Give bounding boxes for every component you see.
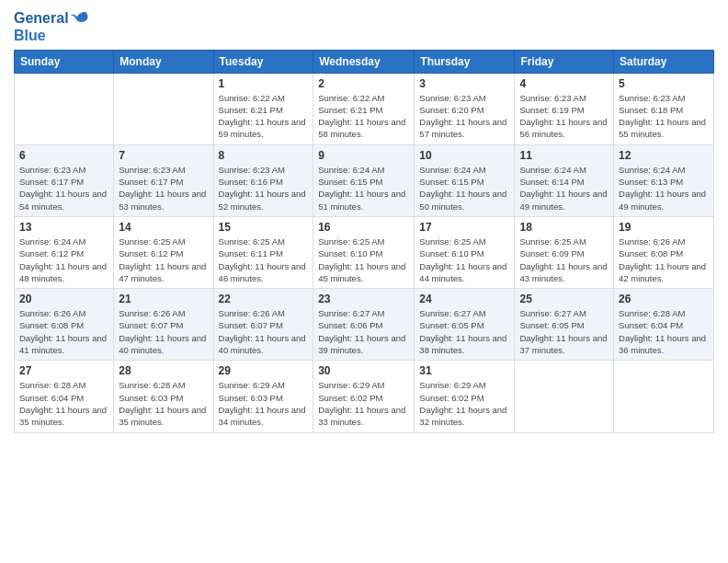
- day-cell: 12Sunrise: 6:24 AMSunset: 6:13 PMDayligh…: [614, 144, 714, 216]
- day-cell: 7Sunrise: 6:23 AMSunset: 6:17 PMDaylight…: [114, 144, 213, 216]
- day-detail: Sunrise: 6:26 AMSunset: 6:08 PMDaylight:…: [19, 307, 108, 356]
- day-cell: 23Sunrise: 6:27 AMSunset: 6:06 PMDayligh…: [313, 289, 415, 361]
- day-number: 24: [419, 293, 509, 305]
- day-header-wednesday: Wednesday: [313, 50, 415, 73]
- day-detail: Sunrise: 6:24 AMSunset: 6:15 PMDaylight:…: [318, 164, 409, 213]
- day-cell: 27Sunrise: 6:28 AMSunset: 6:04 PMDayligh…: [15, 361, 114, 432]
- day-number: 15: [219, 221, 309, 234]
- day-number: 12: [619, 149, 709, 162]
- day-cell: 20Sunrise: 6:26 AMSunset: 6:08 PMDayligh…: [15, 289, 114, 361]
- day-header-thursday: Thursday: [415, 50, 515, 73]
- day-number: 5: [619, 77, 709, 90]
- week-row-4: 20Sunrise: 6:26 AMSunset: 6:08 PMDayligh…: [15, 289, 714, 361]
- day-number: 23: [318, 293, 409, 305]
- day-detail: Sunrise: 6:23 AMSunset: 6:18 PMDaylight:…: [619, 92, 709, 141]
- day-number: 16: [318, 221, 409, 234]
- logo-bird-icon: [71, 9, 89, 28]
- day-number: 7: [119, 149, 208, 162]
- week-row-1: 1Sunrise: 6:22 AMSunset: 6:21 PMDaylight…: [15, 73, 714, 144]
- day-number: 6: [19, 149, 108, 162]
- day-cell: 24Sunrise: 6:27 AMSunset: 6:05 PMDayligh…: [415, 289, 515, 361]
- day-cell: 4Sunrise: 6:23 AMSunset: 6:19 PMDaylight…: [515, 73, 614, 144]
- day-number: 29: [219, 364, 309, 377]
- day-cell: 17Sunrise: 6:25 AMSunset: 6:10 PMDayligh…: [415, 216, 515, 288]
- day-header-monday: Monday: [114, 50, 213, 73]
- day-detail: Sunrise: 6:22 AMSunset: 6:21 PMDaylight:…: [318, 92, 409, 141]
- day-number: 4: [519, 77, 609, 90]
- day-cell: 1Sunrise: 6:22 AMSunset: 6:21 PMDaylight…: [213, 73, 313, 144]
- week-row-3: 13Sunrise: 6:24 AMSunset: 6:12 PMDayligh…: [15, 216, 714, 288]
- day-detail: Sunrise: 6:24 AMSunset: 6:14 PMDaylight:…: [519, 164, 609, 213]
- day-detail: Sunrise: 6:28 AMSunset: 6:04 PMDaylight:…: [619, 307, 709, 356]
- day-detail: Sunrise: 6:27 AMSunset: 6:05 PMDaylight:…: [419, 307, 509, 356]
- day-detail: Sunrise: 6:24 AMSunset: 6:12 PMDaylight:…: [19, 236, 108, 284]
- day-number: 22: [219, 293, 309, 305]
- day-detail: Sunrise: 6:25 AMSunset: 6:12 PMDaylight:…: [119, 236, 208, 284]
- day-number: 31: [419, 364, 509, 377]
- day-detail: Sunrise: 6:29 AMSunset: 6:03 PMDaylight:…: [219, 379, 309, 428]
- day-number: 1: [219, 77, 309, 90]
- day-number: 17: [419, 221, 509, 234]
- logo-text: General: [14, 10, 69, 27]
- day-cell: 31Sunrise: 6:29 AMSunset: 6:02 PMDayligh…: [415, 361, 515, 432]
- week-row-5: 27Sunrise: 6:28 AMSunset: 6:04 PMDayligh…: [15, 361, 714, 432]
- day-header-tuesday: Tuesday: [213, 50, 313, 73]
- logo: General Blue: [14, 9, 89, 44]
- day-cell: 28Sunrise: 6:28 AMSunset: 6:03 PMDayligh…: [114, 361, 213, 432]
- day-cell: 2Sunrise: 6:22 AMSunset: 6:21 PMDaylight…: [313, 73, 415, 144]
- day-detail: Sunrise: 6:28 AMSunset: 6:04 PMDaylight:…: [19, 379, 108, 428]
- day-number: 11: [519, 149, 609, 162]
- day-detail: Sunrise: 6:25 AMSunset: 6:10 PMDaylight:…: [419, 236, 509, 284]
- day-cell: 30Sunrise: 6:29 AMSunset: 6:02 PMDayligh…: [313, 361, 415, 432]
- day-detail: Sunrise: 6:24 AMSunset: 6:13 PMDaylight:…: [619, 164, 709, 213]
- day-detail: Sunrise: 6:26 AMSunset: 6:07 PMDaylight:…: [219, 307, 309, 356]
- day-detail: Sunrise: 6:28 AMSunset: 6:03 PMDaylight:…: [119, 379, 208, 428]
- day-number: 14: [119, 221, 208, 234]
- day-number: 8: [219, 149, 309, 162]
- day-detail: Sunrise: 6:25 AMSunset: 6:11 PMDaylight:…: [219, 236, 309, 284]
- calendar-table: SundayMondayTuesdayWednesdayThursdayFrid…: [14, 50, 714, 433]
- day-header-saturday: Saturday: [614, 50, 714, 73]
- day-detail: Sunrise: 6:23 AMSunset: 6:17 PMDaylight:…: [119, 164, 208, 213]
- day-detail: Sunrise: 6:22 AMSunset: 6:21 PMDaylight:…: [219, 92, 309, 141]
- day-cell: 15Sunrise: 6:25 AMSunset: 6:11 PMDayligh…: [213, 216, 313, 288]
- day-cell: 3Sunrise: 6:23 AMSunset: 6:20 PMDaylight…: [415, 73, 515, 144]
- day-number: 13: [19, 221, 108, 234]
- day-cell: 5Sunrise: 6:23 AMSunset: 6:18 PMDaylight…: [614, 73, 714, 144]
- day-number: 10: [419, 149, 509, 162]
- day-cell: 25Sunrise: 6:27 AMSunset: 6:05 PMDayligh…: [515, 289, 614, 361]
- day-number: 30: [318, 364, 409, 377]
- day-cell: 29Sunrise: 6:29 AMSunset: 6:03 PMDayligh…: [213, 361, 313, 432]
- day-number: 19: [619, 221, 709, 234]
- day-number: 9: [318, 149, 409, 162]
- day-cell: 22Sunrise: 6:26 AMSunset: 6:07 PMDayligh…: [213, 289, 313, 361]
- day-detail: Sunrise: 6:26 AMSunset: 6:08 PMDaylight:…: [619, 236, 709, 284]
- week-row-2: 6Sunrise: 6:23 AMSunset: 6:17 PMDaylight…: [15, 144, 714, 216]
- page: General Blue SundayMondayTuesdayWednesda…: [0, 0, 728, 563]
- day-number: 18: [519, 221, 609, 234]
- day-cell: 18Sunrise: 6:25 AMSunset: 6:09 PMDayligh…: [515, 216, 614, 288]
- day-detail: Sunrise: 6:23 AMSunset: 6:20 PMDaylight:…: [419, 92, 509, 141]
- day-header-friday: Friday: [515, 50, 614, 73]
- day-cell: 21Sunrise: 6:26 AMSunset: 6:07 PMDayligh…: [114, 289, 213, 361]
- day-cell: 16Sunrise: 6:25 AMSunset: 6:10 PMDayligh…: [313, 216, 415, 288]
- day-cell: 6Sunrise: 6:23 AMSunset: 6:17 PMDaylight…: [15, 144, 114, 216]
- day-number: 27: [19, 364, 108, 377]
- day-cell: 11Sunrise: 6:24 AMSunset: 6:14 PMDayligh…: [515, 144, 614, 216]
- day-cell: 14Sunrise: 6:25 AMSunset: 6:12 PMDayligh…: [114, 216, 213, 288]
- day-cell: [614, 361, 714, 432]
- logo-blue: Blue: [14, 28, 89, 44]
- day-cell: [15, 73, 114, 144]
- day-number: 28: [119, 364, 208, 377]
- day-detail: Sunrise: 6:27 AMSunset: 6:05 PMDaylight:…: [519, 307, 609, 356]
- day-detail: Sunrise: 6:23 AMSunset: 6:17 PMDaylight:…: [19, 164, 108, 213]
- day-number: 26: [619, 293, 709, 305]
- day-detail: Sunrise: 6:29 AMSunset: 6:02 PMDaylight:…: [419, 379, 509, 428]
- day-detail: Sunrise: 6:23 AMSunset: 6:16 PMDaylight:…: [219, 164, 309, 213]
- day-detail: Sunrise: 6:26 AMSunset: 6:07 PMDaylight:…: [119, 307, 208, 356]
- day-detail: Sunrise: 6:23 AMSunset: 6:19 PMDaylight:…: [519, 92, 609, 141]
- day-detail: Sunrise: 6:25 AMSunset: 6:10 PMDaylight:…: [318, 236, 409, 284]
- day-cell: [114, 73, 213, 144]
- day-cell: 8Sunrise: 6:23 AMSunset: 6:16 PMDaylight…: [213, 144, 313, 216]
- header: General Blue: [14, 9, 714, 44]
